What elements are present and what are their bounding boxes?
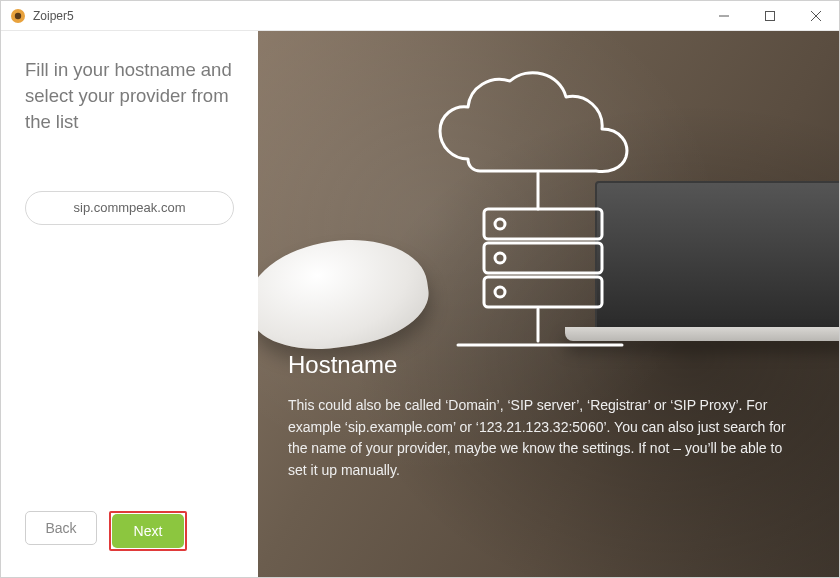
next-button[interactable]: Next bbox=[112, 514, 184, 548]
svg-line-4 bbox=[811, 11, 821, 21]
svg-rect-7 bbox=[484, 209, 602, 239]
svg-point-12 bbox=[495, 287, 505, 297]
instructions-text: Fill in your hostname and select your pr… bbox=[25, 57, 234, 135]
app-title: Zoiper5 bbox=[33, 9, 74, 23]
app-window: Zoiper5 Fill in your hostname and select… bbox=[0, 0, 840, 578]
svg-rect-8 bbox=[484, 243, 602, 273]
svg-rect-9 bbox=[484, 277, 602, 307]
hostname-input-wrap bbox=[25, 191, 234, 225]
window-close-button[interactable] bbox=[793, 1, 839, 31]
app-icon bbox=[9, 7, 27, 25]
svg-point-11 bbox=[495, 253, 505, 263]
titlebar: Zoiper5 bbox=[1, 1, 839, 31]
content-area: Fill in your hostname and select your pr… bbox=[1, 31, 839, 577]
window-maximize-button[interactable] bbox=[747, 1, 793, 31]
hostname-input[interactable] bbox=[25, 191, 234, 225]
info-heading: Hostname bbox=[288, 351, 799, 379]
window-minimize-button[interactable] bbox=[701, 1, 747, 31]
svg-point-10 bbox=[495, 219, 505, 229]
right-pane: Hostname This could also be called ‘Doma… bbox=[258, 31, 839, 577]
next-button-highlight: Next bbox=[109, 511, 187, 551]
svg-point-1 bbox=[15, 12, 21, 18]
info-block: Hostname This could also be called ‘Doma… bbox=[288, 351, 799, 482]
back-button[interactable]: Back bbox=[25, 511, 97, 545]
svg-rect-3 bbox=[766, 11, 775, 20]
left-pane: Fill in your hostname and select your pr… bbox=[1, 31, 258, 577]
svg-line-5 bbox=[811, 11, 821, 21]
button-row: Back Next bbox=[25, 511, 234, 553]
cloud-server-doodle-icon bbox=[398, 69, 688, 379]
info-body: This could also be called ‘Domain’, ‘SIP… bbox=[288, 395, 799, 482]
